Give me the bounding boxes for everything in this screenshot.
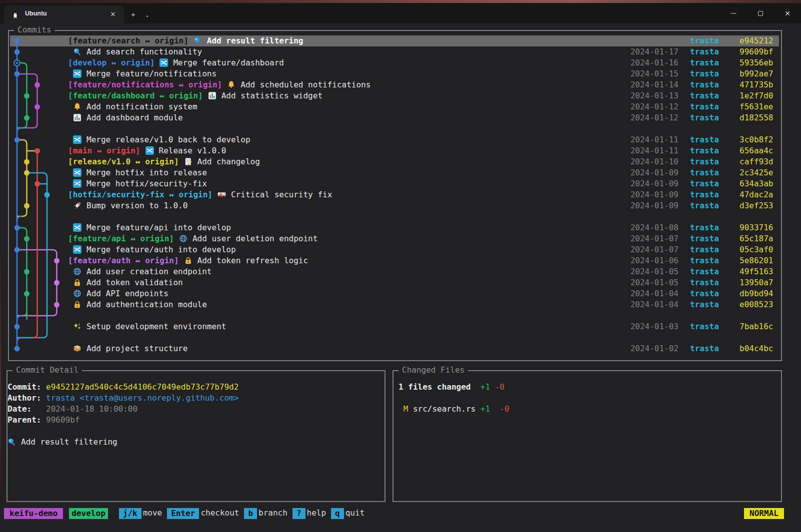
commit-author: trasta — [690, 255, 719, 266]
commit-row[interactable]: [main ↔ origin]Release v1.0.02024-01-11t… — [0, 145, 801, 156]
commit-author: trasta — [690, 244, 719, 255]
shuffle-icon — [146, 146, 154, 155]
commit-author: trasta — [690, 145, 719, 156]
commit-hash: b992ae7 — [740, 68, 773, 79]
commit-row[interactable]: Merge hotfix/security-fix2024-01-09trast… — [0, 178, 801, 189]
commit-message: Add scheduled notifications — [240, 80, 370, 89]
key-hint-help: ? — [292, 508, 306, 519]
terminal-content: Commits Commit Detail Changed Files [fea… — [0, 23, 801, 532]
file-row[interactable]: M src/search.rs +1 -0 — [398, 404, 510, 415]
detail-field: Date: 2024-01-18 10:00:00 — [8, 404, 138, 415]
shuffle-icon — [73, 135, 82, 144]
commit-author: trasta — [690, 288, 719, 299]
commit-message: Add changelog — [198, 157, 260, 166]
magnifier-icon — [194, 36, 202, 45]
close-button[interactable]: ✕ — [774, 3, 801, 23]
commit-text: Bump version to 1.0.0 — [68, 200, 188, 211]
commit-text: Add user creation endpoint — [68, 266, 212, 277]
commit-row[interactable]: [hotfix/security-fix ↔ origin]Critical s… — [0, 189, 801, 200]
commit-row[interactable]: Bump version to 1.0.02024-01-09trastad3e… — [0, 200, 801, 211]
commit-hash: 5e86201 — [740, 255, 773, 266]
chart-icon — [208, 91, 217, 100]
branch-ref: [feature/notifications ↔ origin] — [68, 80, 222, 89]
desktop-bleed — [0, 260, 1, 510]
key-hint-quit: q — [331, 508, 344, 519]
commit-author: trasta — [690, 222, 719, 233]
commit-row[interactable]: Add notification system2024-01-12trastaf… — [0, 101, 801, 112]
commit-row[interactable]: Add dashboard module2024-01-12trastad182… — [0, 112, 801, 123]
new-tab-icon[interactable]: + — [131, 10, 136, 18]
commit-row[interactable]: Merge hotfix into release2024-01-09trast… — [0, 167, 801, 178]
tab-dropdown-icon[interactable]: ⌄ — [145, 12, 150, 18]
commit-author: trasta — [690, 189, 719, 200]
commit-row[interactable]: Merge feature/notifications2024-01-15tra… — [0, 68, 801, 79]
shuffle-icon — [73, 245, 82, 254]
commit-text: Merge hotfix/security-fix — [68, 178, 207, 189]
commit-author: trasta — [690, 57, 719, 68]
commit-row[interactable]: [feature/auth ↔ origin]Add token refresh… — [0, 255, 801, 266]
commit-date: 2024-01-03 — [580, 321, 678, 332]
commit-row[interactable]: Add search functionality2024-01-17trasta… — [0, 46, 801, 57]
commit-message: Add API endpoints — [86, 289, 168, 298]
commit-message: Critical security fix — [231, 190, 332, 199]
key-label: help — [307, 508, 326, 519]
bell-icon — [73, 102, 82, 111]
commit-hash: 13950a7 — [740, 277, 773, 288]
memo-icon — [184, 157, 193, 166]
shuffle-icon — [160, 58, 168, 67]
commit-message: Add user creation endpoint — [86, 267, 212, 276]
commit-message: Merge feature/notifications — [86, 69, 216, 78]
files-summary: 1 files changed +1 -0 — [398, 382, 504, 393]
commit-message: Add token refresh logic — [198, 256, 308, 265]
commit-text: [feature/dashboard ↔ origin]Add statisti… — [68, 90, 322, 101]
commit-date: 2024-01-06 — [580, 255, 678, 266]
commit-row[interactable]: Setup development environment2024-01-03t… — [0, 321, 801, 332]
tab-ubuntu[interactable]: Ubuntu ✕ — [4, 5, 124, 23]
commit-date: 2024-01-17 — [580, 46, 678, 57]
commit-text: [hotfix/security-fix ↔ origin]Critical s… — [68, 189, 332, 200]
key-hint-checkout: Enter — [167, 508, 199, 519]
minimize-button[interactable] — [720, 3, 747, 23]
commit-author: trasta — [690, 277, 719, 288]
commit-date: 2024-01-07 — [580, 244, 678, 255]
commit-row[interactable]: Merge feature/api into develop2024-01-08… — [0, 222, 801, 233]
ambulance-icon — [218, 190, 226, 199]
commit-author: trasta — [690, 90, 719, 101]
branch-ref: [hotfix/security-fix ↔ origin] — [68, 190, 212, 199]
commit-row[interactable]: [develop ↔ origin]Merge feature/dashboar… — [0, 57, 801, 68]
commit-message: Merge hotfix into release — [86, 168, 207, 177]
lock-icon — [73, 278, 82, 287]
commit-hash: 2c3425e — [740, 167, 773, 178]
commit-row[interactable]: Add user creation endpoint2024-01-05tras… — [0, 266, 801, 277]
commit-row[interactable]: [feature/search ↔ origin]Add result filt… — [0, 35, 801, 46]
commit-row[interactable]: Add token validation2024-01-05trasta1395… — [0, 277, 801, 288]
commit-date: 2024-01-11 — [580, 145, 678, 156]
tab-close-icon[interactable]: ✕ — [108, 9, 118, 19]
commit-hash: d3ef253 — [740, 200, 773, 211]
commit-text: Add API endpoints — [68, 288, 168, 299]
commit-row[interactable]: Add project structure2024-01-02trastab04… — [0, 343, 801, 354]
commit-row[interactable]: [feature/dashboard ↔ origin]Add statisti… — [0, 90, 801, 101]
commit-text: Add search functionality — [68, 46, 202, 57]
commit-hash: f5631ee — [740, 101, 773, 112]
detail-message: Add result filtering — [8, 437, 118, 448]
commit-hash: 49f5163 — [740, 266, 773, 277]
maximize-button[interactable] — [747, 3, 774, 23]
commit-row[interactable]: Add authentication module2024-01-04trast… — [0, 299, 801, 310]
commit-author: trasta — [690, 178, 719, 189]
commit-row[interactable]: [release/v1.0 ↔ origin]Add changelog2024… — [0, 156, 801, 167]
commit-author: trasta — [690, 112, 719, 123]
commit-row[interactable]: Merge feature/auth into develop2024-01-0… — [0, 244, 801, 255]
branch-ref: [main ↔ origin] — [68, 146, 140, 155]
commit-row[interactable]: Merge release/v1.0 back to develop2024-0… — [0, 134, 801, 145]
commit-row[interactable]: [feature/api ↔ origin]Add user deletion … — [0, 233, 801, 244]
commit-date: 2024-01-11 — [580, 134, 678, 145]
globe-icon — [179, 234, 188, 243]
commit-author: trasta — [690, 156, 719, 167]
commit-row[interactable]: Add API endpoints2024-01-04trastadb9bd94 — [0, 288, 801, 299]
commit-row[interactable]: [feature/notifications ↔ origin]Add sche… — [0, 79, 801, 90]
commit-date: 2024-01-07 — [580, 233, 678, 244]
terminal-window: Ubuntu ✕ + ⌄ ✕ Commits Commit Detail Cha… — [0, 0, 801, 532]
commit-hash: 05c3af0 — [740, 244, 773, 255]
commit-text: [release/v1.0 ↔ origin]Add changelog — [68, 156, 260, 167]
